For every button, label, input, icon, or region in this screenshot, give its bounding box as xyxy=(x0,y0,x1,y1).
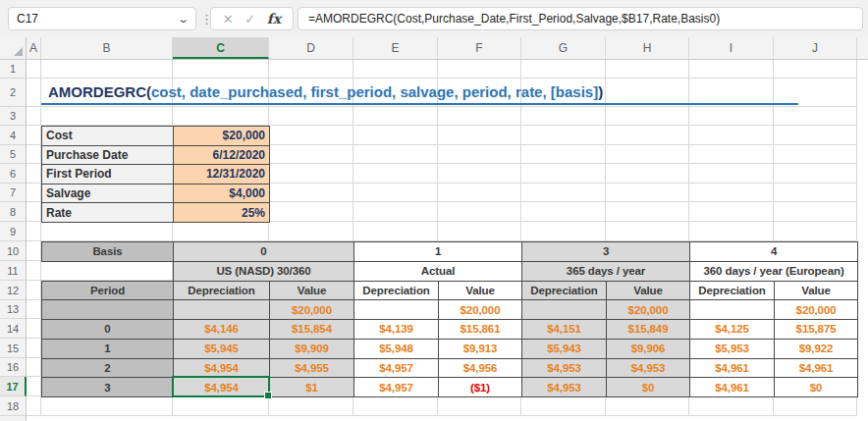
selected-cell-outline[interactable] xyxy=(172,376,270,397)
input-value-cell[interactable]: 12/31/2020 xyxy=(174,165,270,184)
value-cell[interactable]: $4,954 xyxy=(174,358,270,378)
row-header-3[interactable]: 3 xyxy=(0,107,26,126)
row-header-5[interactable]: 5 xyxy=(0,145,26,164)
value-cell[interactable]: $20,000 xyxy=(775,300,858,320)
period-cell[interactable] xyxy=(42,300,174,320)
period-cell[interactable]: 3 xyxy=(42,378,174,397)
value-cell[interactable]: $5,953 xyxy=(690,339,775,358)
value-cell[interactable] xyxy=(522,300,607,320)
input-label[interactable]: First Period xyxy=(42,165,174,184)
column-header-cell[interactable]: Depreciation xyxy=(522,281,607,300)
row-header-10[interactable]: 10 xyxy=(0,241,26,261)
row-header-2[interactable]: 2 xyxy=(0,79,26,107)
value-cell[interactable]: $4,953 xyxy=(522,358,607,378)
period-cell[interactable]: 0 xyxy=(42,320,174,340)
insert-function-icon[interactable]: fx xyxy=(267,11,281,26)
row-header-6[interactable]: 6 xyxy=(0,164,26,184)
basis-name-cell[interactable]: 365 days / year xyxy=(522,261,690,281)
column-header-cell[interactable]: Value xyxy=(607,281,690,300)
value-cell[interactable]: $20,000 xyxy=(439,300,522,320)
basis-number-cell[interactable]: 1 xyxy=(354,242,522,262)
value-cell[interactable]: $9,906 xyxy=(607,339,690,358)
input-label[interactable]: Purchase Date xyxy=(42,145,174,165)
column-header-cell[interactable]: Depreciation xyxy=(174,281,270,300)
value-cell[interactable]: $15,849 xyxy=(607,320,690,340)
value-cell[interactable]: $4,125 xyxy=(690,320,775,340)
value-cell[interactable]: $4,151 xyxy=(522,320,607,340)
row-header-17[interactable]: 17 xyxy=(0,377,27,396)
value-cell[interactable]: $0 xyxy=(775,378,858,397)
period-header-cell[interactable]: Period xyxy=(42,281,174,300)
column-header-G[interactable]: G xyxy=(521,37,606,59)
enter-icon[interactable]: ✓ xyxy=(244,12,255,26)
row-header-12[interactable]: 12 xyxy=(0,281,26,300)
column-header-D[interactable]: D xyxy=(269,37,353,59)
empty-cell[interactable] xyxy=(42,261,174,281)
value-cell[interactable]: $5,945 xyxy=(174,339,270,358)
period-cell[interactable]: 1 xyxy=(42,339,174,358)
cancel-icon[interactable]: ✕ xyxy=(223,12,234,26)
column-header-cell[interactable]: Value xyxy=(439,281,522,300)
input-label[interactable]: Cost xyxy=(42,127,174,146)
row-header-18[interactable]: 18 xyxy=(0,396,26,416)
basis-number-cell[interactable]: 3 xyxy=(522,242,690,262)
value-cell[interactable]: $9,909 xyxy=(270,339,354,358)
value-cell[interactable]: $4,961 xyxy=(690,358,775,378)
value-cell[interactable]: $4,961 xyxy=(775,358,858,378)
row-header-13[interactable]: 13 xyxy=(0,300,26,319)
value-cell[interactable]: $4,961 xyxy=(690,378,775,397)
fill-handle[interactable] xyxy=(264,392,272,399)
basis-number-cell[interactable]: 0 xyxy=(174,242,354,262)
period-cell[interactable]: 2 xyxy=(42,358,174,378)
value-cell[interactable]: $5,943 xyxy=(522,339,607,358)
value-cell[interactable] xyxy=(174,300,270,320)
input-value-cell[interactable]: $20,000 xyxy=(174,127,270,146)
value-cell[interactable]: $15,861 xyxy=(439,320,522,340)
basis-name-cell[interactable]: 360 days / year (European) xyxy=(690,261,858,281)
row-header-1[interactable]: 1 xyxy=(0,60,26,79)
value-cell[interactable]: $4,957 xyxy=(354,378,439,397)
value-cell[interactable]: $4,955 xyxy=(270,358,354,378)
chevron-down-icon[interactable]: ⌄ xyxy=(177,14,190,25)
value-cell[interactable]: $4,953 xyxy=(522,378,607,397)
column-header-F[interactable]: F xyxy=(438,37,521,59)
column-header-cell[interactable]: Depreciation xyxy=(690,281,775,300)
column-header-E[interactable]: E xyxy=(353,37,438,59)
row-header-14[interactable]: 14 xyxy=(0,319,26,339)
value-cell[interactable] xyxy=(354,300,439,320)
value-cell[interactable]: $5,948 xyxy=(354,339,439,358)
basis-number-cell[interactable]: 4 xyxy=(690,242,858,262)
row-header-16[interactable]: 16 xyxy=(0,358,26,377)
column-header-cell[interactable]: Depreciation xyxy=(354,281,439,300)
value-cell[interactable]: $9,922 xyxy=(775,339,858,358)
column-header-I[interactable]: I xyxy=(689,37,774,59)
formula-input[interactable]: =AMORDEGRC(Cost,Purchase_Date,First_Peri… xyxy=(298,7,863,30)
column-header-cell[interactable]: Value xyxy=(775,281,858,300)
input-value-cell[interactable]: $4,000 xyxy=(174,184,270,203)
basis-name-cell[interactable]: US (NASD) 30/360 xyxy=(174,261,354,281)
select-all-corner[interactable] xyxy=(0,37,27,59)
value-cell[interactable]: $4,957 xyxy=(354,358,439,378)
row-header-4[interactable]: 4 xyxy=(0,126,26,145)
row-header-7[interactable]: 7 xyxy=(0,184,26,202)
input-label[interactable]: Rate xyxy=(42,203,174,223)
value-cell[interactable]: $4,139 xyxy=(354,320,439,340)
column-header-A[interactable]: A xyxy=(27,37,41,59)
value-cell[interactable]: $20,000 xyxy=(270,300,354,320)
value-cell[interactable]: $1 xyxy=(270,378,354,397)
value-cell[interactable]: $9,913 xyxy=(439,339,522,358)
row-header-15[interactable]: 15 xyxy=(0,339,26,358)
name-box[interactable]: C17 ⌄ xyxy=(8,7,196,30)
input-value-cell[interactable]: 6/12/2020 xyxy=(174,145,270,165)
value-cell[interactable]: $0 xyxy=(607,378,690,397)
value-cell[interactable] xyxy=(690,300,775,320)
value-cell[interactable]: $4,953 xyxy=(607,358,690,378)
value-cell[interactable]: ($1) xyxy=(439,378,522,397)
basis-corner-cell[interactable]: Basis xyxy=(42,242,174,262)
value-cell[interactable]: $4,956 xyxy=(439,358,522,378)
row-header-11[interactable]: 11 xyxy=(0,261,26,281)
value-cell[interactable]: $4,146 xyxy=(174,320,270,340)
column-header-H[interactable]: H xyxy=(606,37,689,59)
value-cell[interactable]: $15,854 xyxy=(270,320,354,340)
input-value-cell[interactable]: 25% xyxy=(174,203,270,223)
